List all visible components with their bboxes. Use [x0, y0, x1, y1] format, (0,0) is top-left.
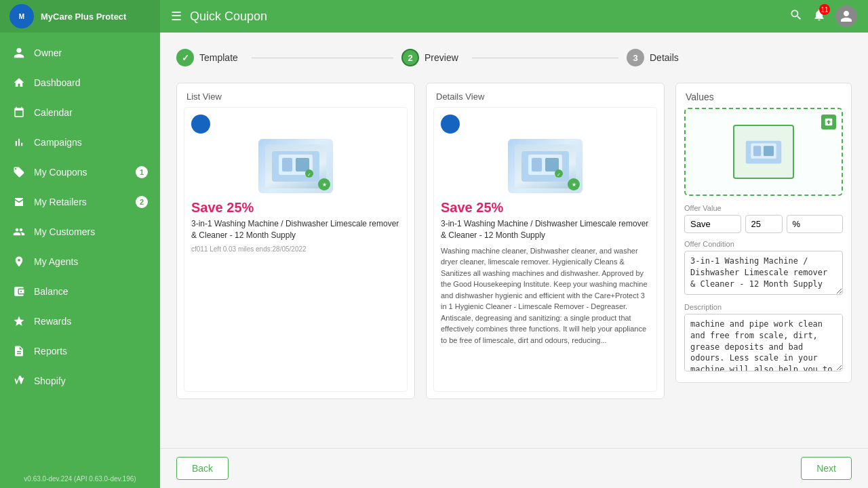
page-title: Quick Coupon — [190, 9, 781, 24]
svg-rect-5 — [296, 158, 309, 171]
product-image-details: ✓ ★ — [508, 139, 583, 193]
cards-row: List View — [176, 83, 852, 399]
svg-text:✓: ✓ — [557, 172, 561, 177]
offer-unit-select[interactable]: % £ $ — [787, 215, 844, 233]
step-circle-details: 3 — [627, 49, 644, 66]
people-icon — [12, 225, 26, 239]
product-header-list — [191, 115, 400, 134]
image-upload-area[interactable] — [684, 108, 843, 196]
offer-condition-label: Offer Condition — [684, 240, 843, 248]
sidebar-item-reports[interactable]: Reports — [0, 336, 160, 366]
sidebar-item-owner[interactable]: Owner — [0, 38, 160, 68]
home-icon — [12, 76, 26, 89]
values-label: Values — [676, 83, 851, 108]
sidebar-nav: Owner Dashboard Calendar Campaigns My Co — [0, 33, 160, 470]
app-version: v0.63.0-dev.224 (API 0.63.0-dev.196) — [0, 470, 160, 488]
sidebar-item-rewards[interactable]: Rewards — [0, 306, 160, 336]
details-view-card: Details View — [426, 83, 665, 399]
search-icon[interactable] — [789, 8, 803, 24]
sidebar-item-shopify[interactable]: Shopify — [0, 366, 160, 396]
product-img-container-details: ✓ ★ — [441, 139, 650, 193]
sidebar-item-label: Dashboard — [34, 77, 81, 88]
avatar[interactable] — [835, 5, 857, 27]
details-view-preview: ✓ ★ Save 25% 3-in-1 Washing Machine / Di… — [433, 107, 657, 392]
step-label-details: Details — [650, 52, 679, 63]
star-icon — [12, 314, 26, 328]
sidebar-item-label: My Agents — [34, 256, 78, 267]
step-line-2 — [472, 58, 618, 58]
bottom-bar: Back Next — [160, 448, 868, 488]
offer-value-row: Save Get Off % £ $ — [684, 215, 843, 233]
save-text-details: Save 25% — [441, 200, 650, 216]
list-view-card: List View — [176, 83, 415, 399]
list-view-label: List View — [177, 83, 414, 107]
notification-badge: 11 — [819, 4, 830, 15]
svg-rect-10 — [532, 158, 542, 171]
step-preview: 2 Preview — [401, 49, 627, 66]
topbar-actions: 11 — [789, 5, 857, 27]
bar-chart-icon — [12, 136, 26, 149]
calendar-icon — [12, 106, 26, 119]
sidebar-item-label: Campaigns — [34, 137, 82, 148]
sidebar-item-label: My Customers — [34, 226, 95, 237]
step-details: 3 Details — [627, 49, 852, 66]
app-logo: M — [9, 4, 34, 28]
retailers-badge: 2 — [136, 196, 148, 208]
step-circle-preview: 2 — [401, 49, 419, 66]
product-title-list: 3-in-1 Washing Machine / Dishwasher Lime… — [191, 218, 400, 241]
back-button[interactable]: Back — [176, 457, 229, 480]
step-label-template: Template — [199, 52, 238, 63]
upload-inner-box — [733, 125, 794, 179]
svg-text:M: M — [19, 13, 24, 20]
product-badge-list: ★ — [318, 178, 330, 190]
sidebar-item-dashboard[interactable]: Dashboard — [0, 68, 160, 98]
offer-type-select[interactable]: Save Get Off — [684, 215, 741, 233]
wallet-icon — [12, 285, 26, 298]
sidebar-item-my-coupons[interactable]: My Coupons 1 — [0, 157, 160, 187]
offer-value-label: Offer Value — [684, 204, 843, 212]
coupon-badge: 1 — [136, 166, 148, 178]
step-template: ✓ Template — [176, 49, 401, 66]
values-card: Values — [675, 83, 852, 383]
sidebar-item-balance[interactable]: Balance — [0, 277, 160, 306]
tag-icon — [12, 165, 26, 179]
svg-rect-11 — [545, 158, 559, 171]
sidebar-item-my-retailers[interactable]: My Retailers 2 — [0, 187, 160, 217]
sidebar-item-my-customers[interactable]: My Customers — [0, 217, 160, 247]
list-view-preview: ✓ ★ Save 25% 3-in-1 Washing Machine / Di… — [184, 107, 408, 392]
values-inner: Offer Value Save Get Off % £ $ — [676, 108, 851, 382]
menu-icon[interactable]: ☰ — [171, 9, 182, 24]
main-area: ☰ Quick Coupon 11 ✓ Template 2 — [160, 0, 868, 488]
description-label: Description — [684, 303, 843, 311]
sidebar-item-calendar[interactable]: Calendar — [0, 98, 160, 127]
step-circle-template: ✓ — [176, 49, 194, 66]
shopify-icon — [12, 374, 26, 388]
sidebar-item-label: My Coupons — [34, 167, 87, 178]
product-box-list: ✓ — [265, 144, 326, 188]
notification-icon[interactable]: 11 — [812, 8, 826, 24]
product-badge-details: ★ — [568, 178, 580, 190]
upload-icon-btn[interactable] — [821, 115, 836, 129]
list-view-inner: ✓ ★ Save 25% 3-in-1 Washing Machine / Di… — [177, 107, 414, 399]
details-view-label: Details View — [427, 83, 664, 107]
next-button[interactable]: Next — [801, 457, 852, 480]
details-view-inner: ✓ ★ Save 25% 3-in-1 Washing Machine / Di… — [427, 107, 664, 399]
sidebar-item-label: Calendar — [34, 107, 73, 118]
product-logo-sm-detail — [441, 115, 460, 134]
topbar: ☰ Quick Coupon 11 — [160, 0, 868, 33]
offer-amount-input[interactable] — [745, 215, 783, 233]
stepper: ✓ Template 2 Preview 3 Details — [176, 49, 852, 66]
content-area: ✓ Template 2 Preview 3 Details List View — [160, 33, 868, 448]
product-img-container-list: ✓ ★ — [191, 139, 400, 193]
sidebar-item-my-agents[interactable]: My Agents — [0, 247, 160, 277]
agent-icon — [12, 255, 26, 268]
sidebar-header: M MyCare Plus Protect — [0, 0, 160, 33]
svg-text:✓: ✓ — [307, 172, 311, 177]
description-textarea[interactable]: machine and pipe work clean and free fro… — [684, 314, 843, 371]
product-meta-list: cf011 Left 0.03 miles ends:28/05/2022 — [191, 245, 400, 253]
app-name: MyCare Plus Protect — [41, 12, 126, 22]
product-desc-details: Washing machine cleaner, Dishwasher clea… — [441, 245, 650, 346]
sidebar-item-campaigns[interactable]: Campaigns — [0, 127, 160, 157]
product-title-details: 3-in-1 Washing Machine / Dishwasher Lime… — [441, 218, 650, 241]
offer-condition-textarea[interactable]: 3-in-1 Washing Machine / Dishwasher Lime… — [684, 251, 843, 295]
